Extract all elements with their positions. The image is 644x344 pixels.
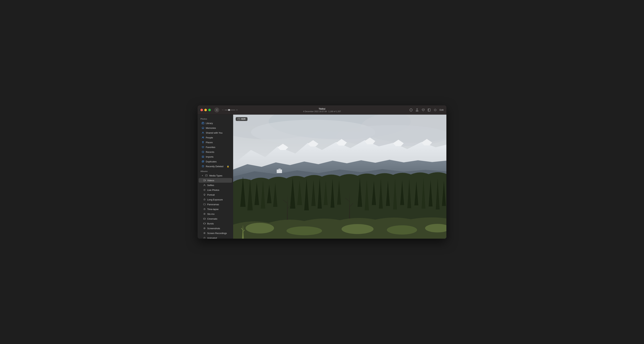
sidebar-item-live-photos[interactable]: Live Photos: [199, 188, 232, 192]
sidebar-item-selfies[interactable]: Selfies: [199, 183, 232, 188]
animated-icon: [203, 236, 206, 239]
portrait-label: Portrait: [207, 194, 215, 196]
sidebar-item-long-exposure[interactable]: Long Exposure: [199, 197, 232, 202]
sidebar-item-videos[interactable]: Videos: [199, 178, 232, 183]
recents-icon: [202, 150, 204, 153]
zoom-plus-icon[interactable]: +: [236, 108, 238, 111]
zoom-thumb: [228, 109, 230, 111]
slo-mo-label: Slo-mo: [207, 213, 214, 215]
portrait-icon: [203, 193, 206, 196]
people-label: People: [206, 136, 213, 139]
svg-point-29: [204, 233, 205, 234]
svg-rect-13: [202, 161, 204, 162]
bursts-label: Bursts: [207, 222, 214, 225]
sidebar-item-favorites[interactable]: Favorites: [199, 145, 232, 150]
sidebar-item-animated[interactable]: Animated: [199, 236, 232, 239]
hdr-badge: HDR: [236, 117, 248, 121]
edit-button[interactable]: Edit: [440, 108, 444, 111]
selfies-label: Selfies: [207, 184, 214, 186]
photo-subtitle: 4 December 2022 16:57:54 · 1,180 of 1,33…: [303, 110, 341, 112]
sidebar-item-bursts[interactable]: Bursts: [199, 221, 232, 226]
svg-point-7: [202, 137, 203, 138]
memories-label: Memories: [206, 127, 216, 129]
memories-icon: [202, 126, 204, 129]
favorites-label: Favorites: [206, 146, 215, 148]
favorite-button[interactable]: [422, 108, 425, 112]
long-exposure-label: Long Exposure: [207, 198, 223, 201]
animated-label: Animated: [207, 237, 217, 239]
add-to-album-button[interactable]: [428, 108, 431, 112]
info-button[interactable]: i: [410, 108, 413, 112]
svg-rect-12: [202, 161, 204, 162]
photos-section-label: Photos: [198, 116, 233, 121]
albums-section-label: Albums: [198, 169, 233, 173]
sidebar-item-media-types[interactable]: ▼ Media Types: [199, 173, 232, 178]
media-types-icon: [205, 174, 208, 177]
videos-label: Videos: [207, 179, 214, 182]
media-types-label: Media Types: [209, 174, 222, 177]
sidebar-item-cinematic[interactable]: Cinematic: [199, 216, 232, 221]
bursts-icon: [203, 222, 206, 225]
app-window: − + Tbilisi 4 December 2022 16:57:54 · 1…: [198, 105, 446, 239]
sidebar-item-recents[interactable]: Recents: [199, 150, 232, 154]
svg-rect-25: [204, 218, 206, 220]
traffic-lights: [200, 109, 211, 111]
sidebar-item-portrait[interactable]: Portrait: [199, 192, 232, 197]
shared-with-you-icon: [202, 131, 204, 134]
sidebar: Photos Library: [198, 114, 233, 239]
close-button[interactable]: [200, 109, 203, 111]
long-exposure-icon: [203, 198, 206, 201]
videos-icon: [203, 179, 206, 182]
sidebar-item-screenshots[interactable]: Screenshots: [199, 226, 232, 231]
svg-point-46: [342, 224, 374, 234]
svg-point-45: [286, 226, 322, 235]
minimize-button[interactable]: [204, 109, 207, 111]
sidebar-item-library[interactable]: Library: [199, 121, 232, 126]
time-lapse-label: Time-lapse: [207, 208, 218, 210]
sidebar-item-panoramas[interactable]: Panoramas: [199, 202, 232, 207]
back-button[interactable]: [214, 108, 219, 112]
live-photos-icon: [203, 188, 206, 191]
photo-title: Tbilisi: [303, 108, 341, 110]
favorites-icon: [202, 146, 204, 148]
svg-rect-15: [204, 180, 205, 181]
titlebar: − + Tbilisi 4 December 2022 16:57:54 · 1…: [198, 105, 446, 114]
duplicates-icon: [202, 160, 204, 163]
nav-controls: − +: [214, 108, 238, 112]
svg-point-18: [204, 190, 205, 190]
sidebar-item-duplicates[interactable]: Duplicates: [199, 159, 232, 164]
sidebar-item-screen-recordings[interactable]: Screen Recordings: [199, 231, 232, 236]
sidebar-item-shared-with-you[interactable]: Shared with You: [199, 130, 232, 135]
sidebar-item-time-lapse[interactable]: Time-lapse: [199, 207, 232, 212]
panoramas-icon: [203, 203, 206, 206]
cinematic-label: Cinematic: [207, 218, 218, 220]
sidebar-item-imports[interactable]: Imports: [199, 154, 232, 159]
share-button[interactable]: [416, 108, 419, 112]
places-icon: [202, 141, 204, 144]
places-label: Places: [206, 141, 213, 144]
sidebar-item-slo-mo[interactable]: Slo-mo: [199, 212, 232, 216]
svg-point-27: [204, 228, 205, 229]
enhance-button[interactable]: [434, 108, 437, 112]
zoom-minus-icon[interactable]: −: [222, 108, 224, 111]
svg-point-5: [202, 127, 204, 129]
photo-area: HDR: [233, 114, 446, 239]
svg-point-9: [203, 142, 203, 142]
svg-point-19: [204, 194, 205, 195]
sidebar-item-people[interactable]: People: [199, 135, 232, 140]
time-lapse-icon: [203, 208, 206, 210]
photo-canvas: [233, 114, 446, 239]
recently-deleted-icon: [202, 165, 204, 168]
sidebar-item-memories[interactable]: Memories: [199, 126, 232, 130]
titlebar-center: Tbilisi 4 December 2022 16:57:54 · 1,180…: [303, 108, 341, 112]
people-icon: [202, 136, 204, 139]
svg-text:i: i: [411, 109, 411, 111]
sidebar-item-recently-deleted[interactable]: Recently Deleted 🔒: [199, 164, 232, 168]
screenshots-label: Screenshots: [207, 227, 220, 230]
shared-with-you-label: Shared with You: [206, 132, 222, 134]
sidebar-item-places[interactable]: Places: [199, 140, 232, 145]
maximize-button[interactable]: [208, 109, 211, 111]
imports-label: Imports: [206, 156, 214, 158]
recently-deleted-label: Recently Deleted: [206, 165, 223, 168]
zoom-slider[interactable]: [224, 110, 235, 110]
